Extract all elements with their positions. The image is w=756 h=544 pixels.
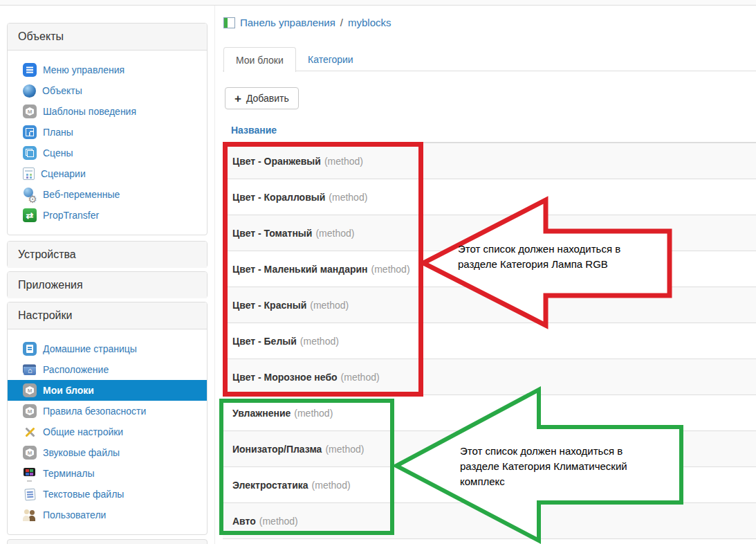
sidebar-item-scenarios[interactable]: Сценарии [8,163,207,184]
sidebar-item-objects[interactable]: Объекты [8,80,207,101]
sidebar-item-label: Пользователи [43,509,106,520]
sidebar-item-proptransfer[interactable]: PropTransfer [8,205,207,226]
annotation-red-text: Этот список должен находиться в разделе … [458,242,620,272]
sidebar-item-label: Терминалы [43,468,95,479]
scenes-icon [23,146,37,160]
web-variables-icon [23,188,37,201]
tab-myblocks[interactable]: Мои блоки [223,47,296,72]
globe-icon [23,84,36,98]
sidebar-item-location[interactable]: Расположение [8,359,207,380]
console-icon [223,17,235,28]
sidebar-item-label: Веб-переменные [43,189,120,200]
sidebar-item-scenes[interactable]: Сцены [8,143,207,163]
document-icon [23,342,37,356]
hamburger-menu-icon [23,63,37,77]
sidebar-item-general-settings[interactable]: Общие настройки [8,421,207,442]
panel-devices-heading[interactable]: Устройства [8,242,207,268]
annotation-green-text: Этот список должен находиться в разделе … [460,444,627,489]
sidebar-item-security-rules[interactable]: Правила безопасности [8,401,207,421]
scenario-icon [23,167,35,180]
panel-settings-body: Домашние страницы Расположение Мои блоки… [8,329,207,532]
add-button-label: Добавить [246,93,289,104]
sidebar-item-myblocks[interactable]: Мои блоки [8,380,207,401]
sidebar-item-behavior-templates[interactable]: Шаблоны поведения [8,101,207,122]
panel-objects-body: Меню управления Объекты Шаблоны поведени… [8,51,207,233]
panel-devices: Устройства [7,241,208,268]
breadcrumb: Панель управления / myblocks [223,17,391,28]
content-divider [214,6,215,544]
sidebar-item-label: Сцены [43,147,73,158]
sidebar-item-label: Общие настройки [43,426,123,437]
panel-settings: Настройки Домашние страницы Расположение… [7,302,208,535]
sidebar-item-label: PropTransfer [43,210,99,221]
m-logo-icon [23,383,37,397]
breadcrumb-current-myblocks[interactable]: myblocks [348,17,391,28]
monitor-icon [23,466,37,480]
panel-settings-heading[interactable]: Настройки [8,302,207,329]
folder-home-icon [23,363,37,377]
sidebar-item-label: Домашние страницы [43,343,137,354]
panel-applications-heading[interactable]: Приложения [8,272,207,298]
tools-icon [23,425,37,439]
sidebar-item-label: Шаблоны поведения [43,106,136,117]
sidebar-item-label: Текстовые файлы [43,489,124,500]
m-logo-icon [23,404,37,418]
sidebar-item-label: Мои блоки [43,385,94,396]
sidebar-item-sound-files[interactable]: Звуковые файлы [8,442,207,463]
sidebar-item-label: Правила безопасности [43,406,146,417]
add-button[interactable]: + Добавить [225,87,299,109]
m-logo-icon [23,446,37,460]
notepad-icon [24,488,35,500]
breadcrumb-separator: / [340,17,343,28]
users-icon [23,508,37,522]
sidebar-item-label: Расположение [43,364,109,375]
plus-icon: + [234,93,241,105]
annotation-red-box [223,142,423,397]
sidebar-item-control-menu[interactable]: Меню управления [8,60,207,80]
column-header-name[interactable]: Название [223,119,756,143]
sidebar-item-homepages[interactable]: Домашние страницы [8,338,207,359]
m-logo-icon [23,105,37,118]
sidebar-item-label: Звуковые файлы [43,447,120,458]
breadcrumb-link-control-panel[interactable]: Панель управления [240,17,335,28]
sidebar-item-plans[interactable]: Планы [8,122,207,143]
panel-objects-heading[interactable]: Объекты [8,24,207,51]
transfer-arrows-icon [23,208,37,222]
sidebar-item-label: Меню управления [43,64,125,75]
sidebar-item-label: Сценарии [41,168,86,179]
sidebar-item-web-variables[interactable]: Веб-переменные [8,184,207,205]
floorplan-icon [23,125,37,139]
top-navbar-edge [0,0,756,6]
sidebar-item-users[interactable]: Пользователи [8,505,207,525]
panel-objects: Объекты Меню управления Объекты Шаблоны … [7,23,208,235]
annotation-green-box [219,399,394,535]
sidebar-item-label: Объекты [42,85,82,96]
panel-partial-bottom [7,539,208,544]
tab-categories[interactable]: Категории [296,47,365,71]
sidebar-item-text-files[interactable]: Текстовые файлы [8,484,207,505]
panel-applications: Приложения [7,271,208,298]
sidebar-item-terminals[interactable]: Терминалы [8,463,207,484]
sidebar-item-label: Планы [43,127,73,138]
